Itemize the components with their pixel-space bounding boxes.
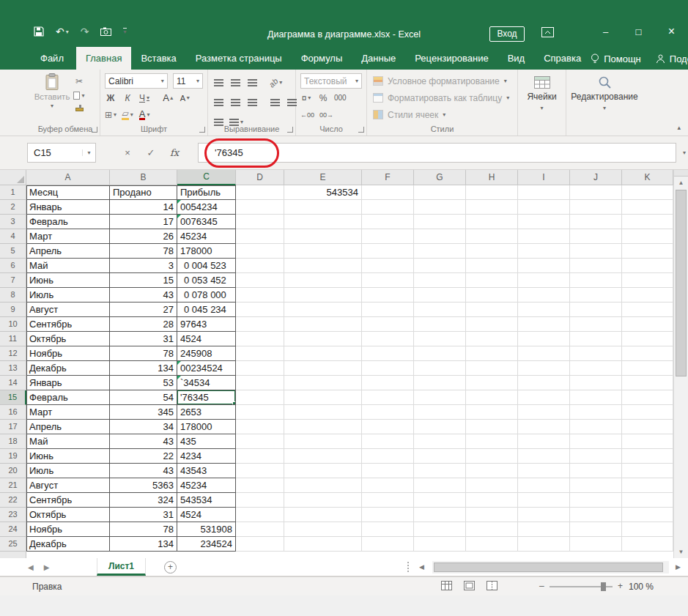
cell-H16[interactable] — [466, 405, 518, 420]
cell-D24[interactable] — [236, 522, 284, 537]
borders-button[interactable]: ⊞▾ — [105, 108, 116, 122]
fill-color-button[interactable]: ▱▾ — [122, 108, 133, 122]
cell-I22[interactable] — [518, 493, 570, 508]
cell-G18[interactable] — [414, 434, 466, 449]
cell-K5[interactable] — [622, 244, 673, 259]
cell-A24[interactable]: Ноябрь — [26, 522, 110, 537]
cell-H25[interactable] — [466, 537, 518, 552]
cell-A10[interactable]: Сентябрь — [26, 317, 110, 332]
cell-C22[interactable]: 543534 — [177, 493, 236, 508]
cell-F17[interactable] — [362, 420, 414, 434]
cell-H1[interactable] — [466, 185, 518, 200]
cell-K15[interactable] — [622, 390, 673, 405]
cell-C10[interactable]: 97643 — [177, 317, 236, 332]
cell-G19[interactable] — [414, 449, 466, 464]
cell-J16[interactable] — [570, 405, 622, 420]
cell-I6[interactable] — [518, 259, 570, 273]
cell-J7[interactable] — [570, 273, 622, 288]
cell-J18[interactable] — [570, 434, 622, 449]
cell-E3[interactable] — [284, 215, 362, 229]
tab-insert[interactable]: Вставка — [131, 47, 185, 70]
cell-J9[interactable] — [570, 303, 622, 317]
cell-G5[interactable] — [414, 244, 466, 259]
cell-A3[interactable]: Февраль — [26, 215, 110, 229]
row-header-19[interactable]: 19 — [0, 449, 26, 464]
cell-C13[interactable]: 00234524 — [177, 361, 236, 376]
row-header-16[interactable]: 16 — [0, 405, 26, 420]
cell-A1[interactable]: Месяц — [26, 185, 110, 200]
cell-K14[interactable] — [622, 376, 673, 390]
cell-I4[interactable] — [518, 229, 570, 244]
cell-A22[interactable]: Сентябрь — [26, 493, 110, 508]
cell-K24[interactable] — [622, 522, 673, 537]
cell-G9[interactable] — [414, 303, 466, 317]
cell-I8[interactable] — [518, 288, 570, 303]
cell-F23[interactable] — [362, 508, 414, 522]
cell-D3[interactable] — [236, 215, 284, 229]
cell-K17[interactable] — [622, 420, 673, 434]
cell-styles-button[interactable]: Стили ячеек▾ — [373, 107, 511, 122]
row-header-1[interactable]: 1 — [0, 185, 26, 200]
cell-H6[interactable] — [466, 259, 518, 273]
cell-E18[interactable] — [284, 434, 362, 449]
cell-C9[interactable]: 0 045 234 — [177, 303, 236, 317]
cell-D22[interactable] — [236, 493, 284, 508]
ribbon-display-options-button[interactable] — [541, 27, 554, 40]
cell-J10[interactable] — [570, 317, 622, 332]
cell-A21[interactable]: Август — [26, 478, 110, 493]
row-header-25[interactable]: 25 — [0, 537, 26, 552]
cell-F24[interactable] — [362, 522, 414, 537]
row-header-23[interactable]: 23 — [0, 508, 26, 522]
row-header-11[interactable]: 11 — [0, 332, 26, 346]
cell-E2[interactable] — [284, 200, 362, 215]
cell-J22[interactable] — [570, 493, 622, 508]
cell-A4[interactable]: Март — [26, 229, 110, 244]
accounting-format-button[interactable]: ¤▾ — [300, 92, 312, 105]
cell-F16[interactable] — [362, 405, 414, 420]
cell-H3[interactable] — [466, 215, 518, 229]
cell-H17[interactable] — [466, 420, 518, 434]
cell-F1[interactable] — [362, 185, 414, 200]
cell-D16[interactable] — [236, 405, 284, 420]
cell-A15[interactable]: Февраль — [26, 390, 110, 405]
cell-H22[interactable] — [466, 493, 518, 508]
cell-K12[interactable] — [622, 346, 673, 361]
row-header-10[interactable]: 10 — [0, 317, 26, 332]
cell-C11[interactable]: 4524 — [177, 332, 236, 346]
row-header-5[interactable]: 5 — [0, 244, 26, 259]
column-header-E[interactable]: E — [284, 170, 362, 185]
scroll-down-button[interactable]: ▼ — [674, 546, 688, 558]
cell-C15[interactable]: '76345 — [177, 390, 236, 405]
cell-J15[interactable] — [570, 390, 622, 405]
cell-D12[interactable] — [236, 346, 284, 361]
cell-B16[interactable]: 345 — [110, 405, 177, 420]
cell-C8[interactable]: 0 078 000 — [177, 288, 236, 303]
cell-D19[interactable] — [236, 449, 284, 464]
cell-K3[interactable] — [622, 215, 673, 229]
cell-F6[interactable] — [362, 259, 414, 273]
cell-H24[interactable] — [466, 522, 518, 537]
cell-E7[interactable] — [284, 273, 362, 288]
cell-J19[interactable] — [570, 449, 622, 464]
cell-A17[interactable]: Апрель — [26, 420, 110, 434]
dialog-launcher-icon[interactable] — [358, 127, 364, 133]
cell-F9[interactable] — [362, 303, 414, 317]
cell-D14[interactable] — [236, 376, 284, 390]
cell-G13[interactable] — [414, 361, 466, 376]
cell-A14[interactable]: Январь — [26, 376, 110, 390]
cell-B8[interactable]: 43 — [110, 288, 177, 303]
cell-B10[interactable]: 28 — [110, 317, 177, 332]
cell-B6[interactable]: 3 — [110, 259, 177, 273]
cell-E20[interactable] — [284, 464, 362, 478]
cell-H8[interactable] — [466, 288, 518, 303]
cell-F7[interactable] — [362, 273, 414, 288]
cell-D8[interactable] — [236, 288, 284, 303]
cell-G24[interactable] — [414, 522, 466, 537]
cell-K8[interactable] — [622, 288, 673, 303]
vertical-scroll-thumb[interactable] — [676, 190, 687, 376]
cancel-entry-button[interactable]: × — [117, 147, 138, 158]
cell-A2[interactable]: Январь — [26, 200, 110, 215]
cell-I13[interactable] — [518, 361, 570, 376]
enter-entry-button[interactable]: ✓ — [141, 147, 161, 158]
cell-I14[interactable] — [518, 376, 570, 390]
